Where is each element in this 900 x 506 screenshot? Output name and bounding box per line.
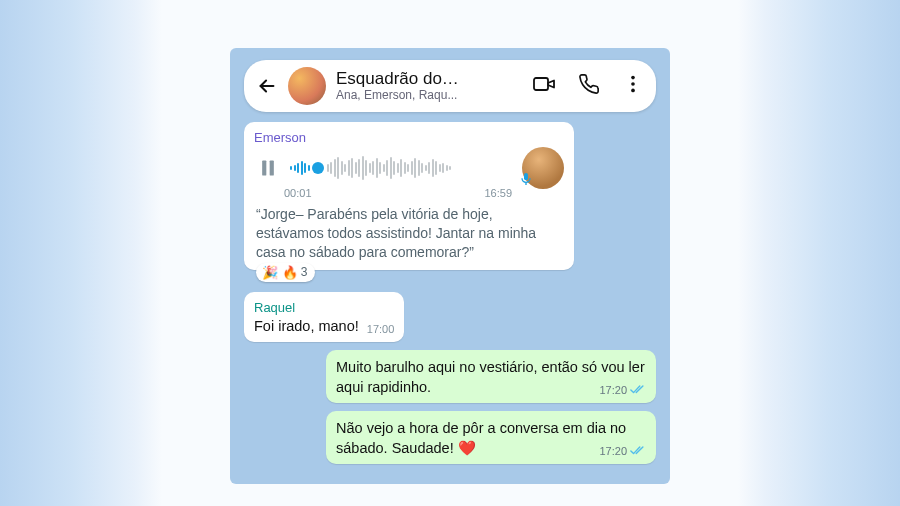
voice-message-bubble[interactable]: Emerson 00:01 16:59: [244, 122, 574, 270]
group-avatar[interactable]: [288, 67, 326, 105]
reaction-count: 3: [301, 265, 308, 279]
voice-call-button[interactable]: [578, 73, 600, 99]
playhead[interactable]: [312, 162, 324, 174]
sender-name: Emerson: [254, 130, 564, 145]
more-menu-button[interactable]: [622, 73, 644, 99]
back-button[interactable]: [256, 75, 278, 97]
message-bubble-out[interactable]: Não vejo a hora de pôr a conversa em dia…: [326, 411, 656, 464]
svg-rect-6: [525, 183, 526, 185]
read-ticks-icon: [630, 384, 646, 395]
chat-header: Esquadrão do… Ana, Emerson, Raqu...: [244, 60, 656, 112]
svg-rect-0: [534, 78, 548, 90]
reactions-badge[interactable]: 🎉 🔥 3: [256, 263, 315, 282]
voice-elapsed-time: 00:01: [284, 187, 312, 199]
svg-point-3: [631, 89, 635, 93]
chat-subtitle: Ana, Emerson, Raqu...: [336, 89, 522, 102]
video-call-button[interactable]: [532, 72, 556, 100]
message-text: Muito barulho aqui no vestiário, então s…: [336, 359, 645, 395]
voice-transcript: “Jorge– Parabéns pela vitória de hoje, e…: [254, 201, 564, 264]
message-time: 17:20: [599, 384, 627, 396]
message-bubble-out[interactable]: Muito barulho aqui no vestiário, então s…: [326, 350, 656, 403]
message-time: 17:20: [599, 445, 627, 457]
svg-point-1: [631, 76, 635, 80]
message-bubble-raquel[interactable]: Raquel Foi irado, mano! 17:00: [244, 292, 404, 343]
message-time: 17:00: [367, 323, 395, 335]
chat-messages: Emerson 00:01 16:59: [230, 122, 670, 464]
voice-waveform[interactable]: [290, 153, 514, 183]
message-text: Foi irado, mano!: [254, 318, 359, 334]
message-text: Não vejo a hora de pôr a conversa em dia…: [336, 420, 626, 456]
chat-screen: Esquadrão do… Ana, Emerson, Raqu... Emer…: [230, 48, 670, 484]
chat-title: Esquadrão do…: [336, 70, 522, 89]
reaction-emojis: 🎉 🔥: [262, 265, 298, 280]
pause-button[interactable]: [254, 157, 282, 179]
svg-rect-5: [270, 161, 274, 176]
sender-avatar[interactable]: [522, 147, 564, 189]
svg-point-2: [631, 82, 635, 86]
chat-title-block[interactable]: Esquadrão do… Ana, Emerson, Raqu...: [336, 70, 522, 102]
read-ticks-icon: [630, 445, 646, 456]
voice-duration: 16:59: [484, 187, 512, 199]
svg-rect-4: [262, 161, 266, 176]
sender-name: Raquel: [254, 300, 394, 315]
microphone-icon: [518, 171, 534, 191]
